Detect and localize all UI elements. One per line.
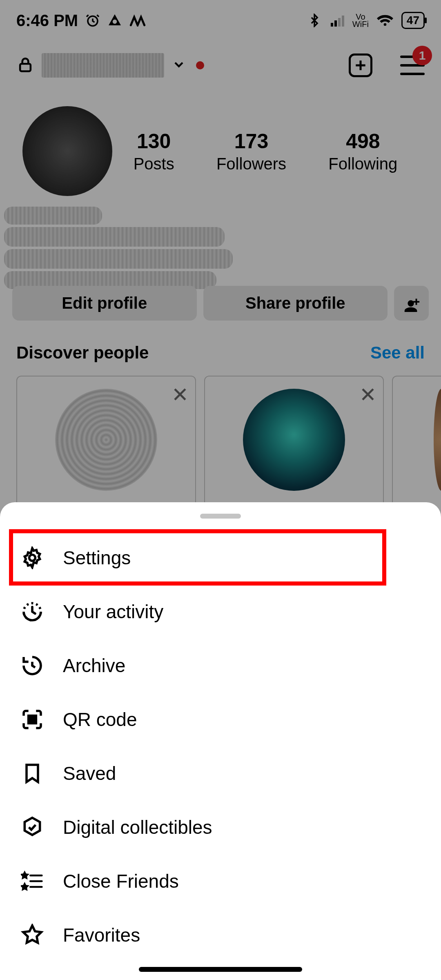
svg-rect-10 [29,720,31,723]
lock-icon [16,56,34,75]
signal-icon [330,13,344,28]
menu-label: Archive [63,655,125,677]
bottom-sheet: Settings Your activity Archive QR code S [0,502,441,980]
chevron-down-icon[interactable] [172,57,186,74]
stat-following[interactable]: 498 Following [328,129,397,173]
profile-avatar[interactable] [22,106,112,196]
svg-rect-2 [331,23,333,27]
posts-label: Posts [134,155,174,173]
star-icon [20,923,44,947]
discover-people-button[interactable] [394,286,429,321]
bookmark-icon [20,762,44,785]
menu-favorites[interactable]: Favorites [0,908,441,962]
following-label: Following [328,155,397,173]
menu-button[interactable]: 1 [400,56,425,75]
svg-point-7 [29,555,36,561]
gear-icon [20,546,44,570]
notification-dot [196,61,204,69]
status-left: 6:46 PM [16,11,146,30]
followers-label: Followers [216,155,286,173]
menu-close-friends[interactable]: Close Friends [0,854,441,908]
posts-count: 130 [134,129,174,153]
hexagon-check-icon [20,815,44,839]
star-list-icon [20,869,44,893]
bio-text [0,204,237,286]
battery-indicator: 47 [401,12,425,29]
nav-pill[interactable] [139,967,302,972]
svg-rect-6 [20,64,31,71]
share-profile-button[interactable]: Share profile [203,286,388,321]
vowifi-icon: VoWiFi [352,13,369,28]
alarm-icon [85,13,100,28]
qr-icon [20,708,44,731]
status-right: VoWiFi 47 [307,12,425,29]
edit-profile-button[interactable]: Edit profile [12,286,197,321]
menu-label: Saved [63,762,116,784]
profile-header: 1 [0,45,441,86]
username[interactable] [42,53,164,78]
menu-activity[interactable]: Your activity [0,585,441,639]
stats-row: 130 Posts 173 Followers 498 Following [0,106,441,196]
create-button[interactable] [349,53,372,77]
menu-label: Favorites [63,924,140,946]
followers-count: 173 [216,129,286,153]
svg-rect-11 [33,720,36,723]
menu-qr[interactable]: QR code [0,693,441,746]
svg-rect-5 [342,16,344,27]
svg-rect-3 [334,20,337,27]
see-all-link[interactable]: See all [370,343,425,363]
menu-collectibles[interactable]: Digital collectibles [0,800,441,854]
close-icon[interactable]: ✕ [172,383,189,407]
status-bar: 6:46 PM VoWiFi 47 [0,0,441,41]
card-avatar [434,389,441,491]
svg-rect-9 [33,716,36,719]
archive-icon [20,654,44,677]
card-avatar [243,389,345,491]
menu-settings[interactable]: Settings [0,531,441,585]
card-avatar [55,389,157,491]
m-icon [129,14,146,27]
menu-badge: 1 [412,46,432,65]
menu-saved[interactable]: Saved [0,746,441,800]
menu-label: Settings [63,547,131,569]
menu-label: QR code [63,708,137,731]
edit-profile-label: Edit profile [62,294,147,312]
close-icon[interactable]: ✕ [359,383,376,407]
svg-point-1 [113,20,117,24]
activity-icon [20,600,44,624]
stat-posts[interactable]: 130 Posts [134,129,174,173]
bluetooth-icon [307,13,321,27]
menu-label: Digital collectibles [63,816,212,838]
menu-label: Close Friends [63,870,179,892]
share-profile-label: Share profile [245,294,345,312]
sheet-handle[interactable] [200,514,241,519]
app-icon [107,13,122,28]
stat-followers[interactable]: 173 Followers [216,129,286,173]
action-buttons: Edit profile Share profile [12,286,429,321]
discover-title: Discover people [16,343,149,363]
screen: 6:46 PM VoWiFi 47 [0,0,441,980]
status-time: 6:46 PM [16,11,78,30]
svg-rect-4 [338,18,341,27]
discover-header: Discover people See all [16,343,425,363]
following-count: 498 [328,129,397,153]
menu-archive[interactable]: Archive [0,639,441,693]
svg-rect-8 [29,716,31,719]
menu-label: Your activity [63,601,163,623]
wifi-icon [377,12,393,29]
